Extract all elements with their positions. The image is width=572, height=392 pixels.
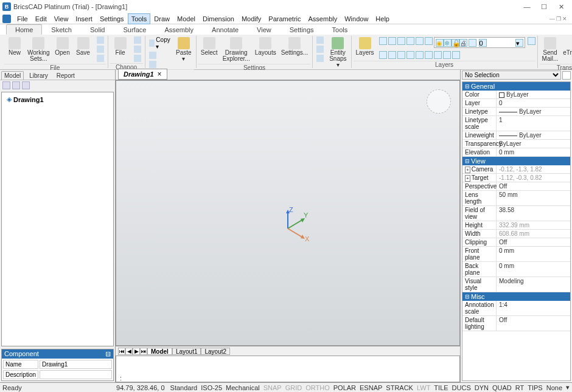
- close-tab-icon[interactable]: ×: [158, 70, 162, 78]
- menu-file[interactable]: File: [13, 13, 32, 24]
- prop-row-front-plane[interactable]: Front plane0 mm: [462, 247, 570, 262]
- command-prompt[interactable]: :: [116, 373, 459, 383]
- browser-tab-library[interactable]: Library: [26, 71, 51, 80]
- clip-button[interactable]: [147, 60, 173, 69]
- status-quad[interactable]: QUAD: [490, 384, 514, 391]
- model-tree[interactable]: ◈ Drawing1: [1, 92, 114, 346]
- prop-value[interactable]: 0 mm: [497, 148, 570, 156]
- working-sets--button[interactable]: WorkingSets...: [25, 36, 52, 63]
- copy-button[interactable]: Copy ▾: [147, 36, 173, 50]
- prop-value[interactable]: Off: [497, 238, 570, 246]
- prop-row-target[interactable]: +Target-1.12, -0.3, 0.82: [462, 174, 570, 182]
- ribbon-tab-surface[interactable]: Surface: [114, 24, 155, 35]
- prop-value[interactable]: 1:4: [497, 301, 570, 315]
- menu-settings[interactable]: Settings: [96, 13, 128, 24]
- layer-tool-icon-8[interactable]: [452, 51, 460, 59]
- prop-row-height[interactable]: Height332.39 mm: [462, 221, 570, 230]
- ribbon-tab-sketch[interactable]: Sketch: [42, 24, 81, 35]
- prop-row-transparency[interactable]: TransparencyByLayer: [462, 140, 570, 148]
- layer-tool-icon-5[interactable]: [425, 51, 433, 59]
- name-value[interactable]: Drawing1: [40, 360, 112, 369]
- view-compass[interactable]: [427, 89, 451, 114]
- maximize-button[interactable]: ☐: [535, 3, 553, 11]
- prop-value[interactable]: 608.68 mm: [497, 230, 570, 238]
- file-button[interactable]: File: [110, 36, 131, 57]
- layer-tool-icon-2[interactable]: [397, 51, 405, 59]
- cut-button[interactable]: [147, 51, 173, 60]
- prop-section-misc[interactable]: ⊟Misc: [462, 292, 570, 301]
- open-button[interactable]: Open: [52, 36, 73, 57]
- layout-last-icon[interactable]: ⏭: [140, 348, 147, 355]
- layout-tab-model[interactable]: Model: [147, 348, 172, 355]
- prop-row-elevation[interactable]: Elevation0 mm: [462, 148, 570, 157]
- prop-value[interactable]: Off: [497, 182, 570, 190]
- mdi-close-icon[interactable]: ✕: [562, 16, 567, 22]
- ribbon-tab-home[interactable]: Home: [6, 24, 42, 35]
- prop-value[interactable]: 0: [497, 99, 570, 107]
- menu-draw[interactable]: Draw: [150, 13, 173, 24]
- prop-value[interactable]: ByLayer: [497, 131, 570, 139]
- layout-tab-layout1[interactable]: Layout1: [172, 348, 201, 355]
- menu-edit[interactable]: Edit: [32, 13, 51, 24]
- prop-section-view[interactable]: ⊟View: [462, 157, 570, 165]
- prop-row-clipping[interactable]: ClippingOff: [462, 238, 570, 247]
- mdi-restore-icon[interactable]: ❐: [556, 16, 561, 22]
- file-small-2[interactable]: [95, 54, 106, 63]
- prop-row-lineweight[interactable]: LineweightByLayer: [462, 131, 570, 140]
- prop-section-general[interactable]: ⊟General: [462, 82, 570, 91]
- drawing-viewport[interactable]: Z Y X: [116, 80, 460, 346]
- layer-icon-0[interactable]: [379, 37, 387, 45]
- ribbon-tab-annotate[interactable]: Annotate: [203, 24, 248, 35]
- prop-value[interactable]: ByLayer: [497, 140, 570, 148]
- status-ducs[interactable]: DUCS: [450, 384, 473, 391]
- save-button[interactable]: Save: [73, 36, 94, 57]
- prop-value[interactable]: 332.39 mm: [497, 221, 570, 229]
- layer-icon-2[interactable]: [397, 37, 405, 45]
- menu-dimension[interactable]: Dimension: [199, 13, 238, 24]
- prop-value[interactable]: 1: [497, 116, 570, 131]
- menu-tools[interactable]: Tools: [128, 13, 151, 24]
- prop-row-linetype-scale[interactable]: Linetype scale1: [462, 116, 570, 131]
- prop-row-width[interactable]: Width608.68 mm: [462, 230, 570, 238]
- ribbon-tab-tools[interactable]: Tools: [323, 24, 357, 35]
- prop-value[interactable]: 50 mm: [497, 191, 570, 205]
- prop-row-linetype[interactable]: LinetypeByLayer: [462, 108, 570, 116]
- file-small-1[interactable]: [95, 45, 106, 53]
- menu-insert[interactable]: Insert: [72, 13, 96, 24]
- prop-value[interactable]: 0 mm: [497, 262, 570, 277]
- menu-modify[interactable]: Modify: [238, 13, 265, 24]
- ribbon-tab-view[interactable]: View: [248, 24, 281, 35]
- status-ortho[interactable]: ORTHO: [304, 384, 332, 391]
- collapse-icon[interactable]: ⊟: [105, 350, 111, 358]
- send-mail--button[interactable]: SendMail...: [540, 36, 561, 63]
- status-none[interactable]: None: [545, 384, 564, 391]
- prop-row-field-of-view[interactable]: Field of view38.58: [462, 206, 570, 221]
- tree-root-item[interactable]: ◈ Drawing1: [4, 95, 111, 104]
- status-tips[interactable]: TIPS: [526, 384, 544, 391]
- prop-value[interactable]: 0 mm: [497, 247, 570, 261]
- quick-select-icon[interactable]: [562, 71, 571, 80]
- command-line-panel[interactable]: :: [116, 356, 460, 382]
- browser-tab-model[interactable]: Model: [1, 71, 24, 80]
- status-iso-25[interactable]: ISO-25: [199, 384, 224, 391]
- snap-toggle-0[interactable]: [315, 36, 326, 44]
- ribbon-tab-solid[interactable]: Solid: [81, 24, 114, 35]
- layer-tool-icon-4[interactable]: [416, 51, 424, 59]
- prop-row-perspective[interactable]: PerspectiveOff: [462, 182, 570, 191]
- select-button[interactable]: Select: [198, 36, 220, 57]
- menu-view[interactable]: View: [51, 13, 72, 24]
- prop-value[interactable]: 38.58: [497, 206, 570, 221]
- drawing-explorer--button[interactable]: DrawingExplorer...: [220, 36, 253, 63]
- etransmit--button[interactable]: eTransmit...: [560, 36, 572, 57]
- status-standard[interactable]: Standard: [169, 384, 200, 391]
- prop-row-back-plane[interactable]: Back plane0 mm: [462, 262, 570, 277]
- toolbar-icon-3[interactable]: [22, 81, 30, 89]
- status-strack[interactable]: STRACK: [384, 384, 415, 391]
- layer-tool-icon-3[interactable]: [406, 51, 414, 59]
- layer-icon-5[interactable]: [425, 37, 433, 45]
- prop-value[interactable]: Modeling: [497, 277, 570, 292]
- layer-tool-icon-7[interactable]: [443, 51, 451, 59]
- toolbar-icon-2[interactable]: [12, 81, 20, 89]
- status-tile[interactable]: TILE: [432, 384, 450, 391]
- layout-tab-layout2[interactable]: Layout2: [201, 348, 230, 355]
